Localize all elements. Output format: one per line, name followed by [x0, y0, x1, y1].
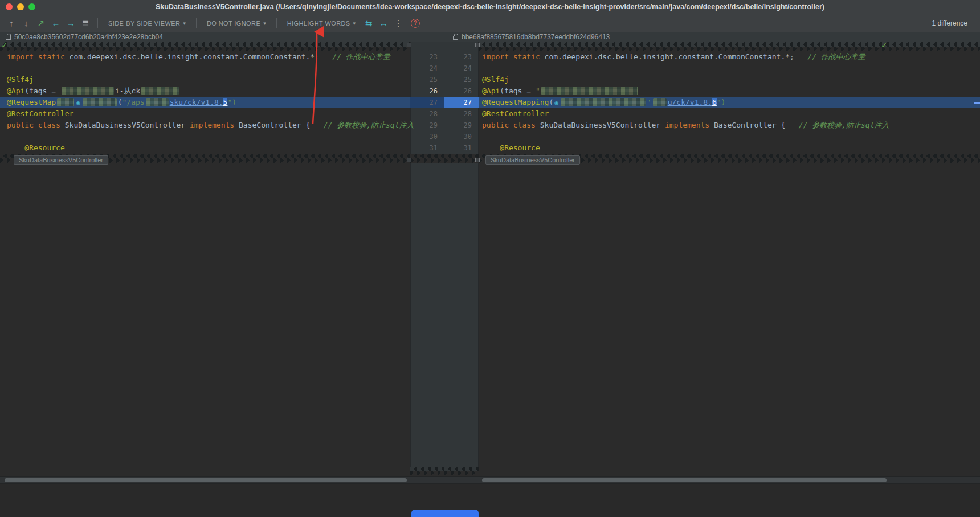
code-line: @RestController	[0, 108, 410, 120]
revision-header-bar: 50c0ae8cb35602d77cd6b20a4bf423e2e28bcb04…	[0, 32, 980, 42]
code-token: SkuDataBusinessV5Controller	[65, 121, 190, 129]
code-token: ")	[717, 98, 726, 106]
collapsed-lines-tear-top[interactable]	[0, 42, 980, 51]
gutter-row: 2626	[410, 85, 479, 97]
code-token: 6	[712, 98, 717, 106]
gutter-row: 2929	[410, 120, 479, 131]
right-breadcrumb-tab[interactable]: SkuDataBusinessV5Controller	[485, 155, 580, 165]
line-number-left: 24	[410, 63, 444, 74]
right-scrollbar-thumb[interactable]	[482, 478, 887, 482]
diff-toolbar: ↑ ↓ ↗ ← → ≣ SIDE-BY-SIDE VIEWER ▾ DO NOT…	[0, 14, 980, 32]
code-token: // 参数校验,防止sql注入	[324, 121, 414, 129]
title-bar: SkuDataBusinessV5Controller.java (/Users…	[0, 0, 980, 14]
line-number-right: 28	[444, 108, 479, 120]
previous-difference-button[interactable]: ↑	[5, 17, 18, 30]
redacted-blur	[83, 98, 117, 106]
code-line	[479, 63, 980, 74]
code-token	[319, 52, 332, 61]
unfold-marker-bottom-right[interactable]	[475, 158, 480, 162]
line-number-right: 25	[444, 74, 479, 85]
bottom-blue-widget	[411, 510, 479, 517]
lock-icon	[6, 36, 11, 40]
code-token: implements	[665, 121, 714, 129]
line-number-right: 30	[444, 131, 479, 142]
more-options-icon[interactable]: ⋮	[391, 17, 405, 30]
code-token: u/ck/v1.8.	[668, 98, 712, 106]
code-token: // 参数校验,防止sql注入	[799, 121, 889, 129]
gutter-row: 3131	[410, 142, 479, 154]
line-number-right: 31	[444, 142, 479, 154]
bottom-strip	[0, 484, 980, 517]
line-number-left: 29	[410, 120, 444, 131]
code-token: import static	[7, 52, 70, 61]
nav-circle-icon: ◉	[75, 99, 81, 106]
code-line: @RequestMapping(◉'u/ck/v1.8.6")	[479, 97, 980, 108]
difference-count: 1 difference	[932, 19, 968, 27]
code-token: (	[24, 87, 29, 95]
horizontal-scrollbar-track	[0, 476, 980, 484]
code-token: '	[647, 98, 652, 106]
jump-to-source-icon[interactable]: ↗	[34, 17, 48, 30]
apply-left-arrow-icon[interactable]: ←	[49, 17, 63, 30]
code-token: public class	[7, 121, 65, 129]
redacted-blur	[62, 87, 114, 95]
left-editor-pane[interactable]: import static com.deepexi.dsc.belle.insi…	[0, 51, 410, 154]
minimize-window-button[interactable]	[17, 3, 24, 10]
lock-icon	[453, 36, 458, 40]
viewer-mode-dropdown[interactable]: SIDE-BY-SIDE VIEWER ▾	[103, 17, 191, 30]
line-number-left: 31	[410, 142, 444, 154]
zoom-window-button[interactable]	[28, 3, 35, 10]
highlight-mode-label: HIGHLIGHT WORDS	[287, 20, 350, 27]
left-inspection-check-icon[interactable]: ✓	[1, 40, 8, 50]
code-token	[794, 52, 807, 61]
line-number-right: 29	[444, 120, 479, 131]
unfold-marker-bottom-left[interactable]	[407, 158, 411, 162]
code-token: @Api	[7, 87, 24, 95]
code-token: @RequestMap	[7, 98, 56, 106]
ignore-policy-dropdown[interactable]: DO NOT IGNORE ▾	[202, 17, 271, 30]
gutter-row: 3030	[410, 131, 479, 142]
redacted-blur	[653, 98, 667, 106]
redacted-blur	[561, 98, 646, 106]
gutter-row: 2424	[410, 63, 479, 74]
redacted-blur	[541, 87, 638, 95]
gutter-row: 2323	[410, 51, 479, 63]
code-token: // 作战中心常量	[332, 52, 390, 61]
code-token: tags =	[504, 87, 536, 95]
left-scrollbar-thumb[interactable]	[5, 478, 407, 482]
code-line: @Slf4j	[0, 74, 410, 85]
left-revision: 50c0ae8cb35602d77cd6b20a4bf423e2e28bcb04	[6, 33, 163, 41]
help-icon[interactable]: ?	[411, 19, 420, 28]
code-line: import static com.deepexi.dsc.belle.insi…	[479, 51, 980, 63]
synchronize-scrolling-icon[interactable]: ↔	[377, 17, 390, 30]
right-revision-hash: bbe68af885675816db8bd7737eeddbf624d96413	[462, 33, 610, 41]
left-breadcrumb-tab[interactable]: SkuDataBusinessV5Controller	[14, 155, 108, 165]
unfold-marker-top-right[interactable]	[475, 43, 480, 47]
code-token: public class	[482, 121, 540, 129]
code-token: @Api	[482, 87, 500, 95]
line-number-right: 23	[444, 51, 479, 63]
redacted-blur	[141, 87, 179, 95]
right-editor-pane[interactable]: import static com.deepexi.dsc.belle.insi…	[479, 51, 980, 154]
highlight-mode-dropdown[interactable]: HIGHLIGHT WORDS ▾	[282, 17, 361, 30]
code-token: com.deepexi.dsc.belle.insight.constant.C…	[70, 52, 319, 61]
window-title: SkuDataBusinessV5Controller.java (/Users…	[156, 3, 824, 11]
chevron-down-icon: ▾	[183, 20, 186, 26]
toolbar-separator	[196, 18, 197, 28]
code-token: com.deepexi.dsc.belle.insight.constant.C…	[545, 52, 794, 61]
apply-right-arrow-icon[interactable]: →	[64, 17, 77, 30]
right-revision: bbe68af885675816db8bd7737eeddbf624d96413	[453, 33, 610, 41]
collapse-unchanged-icon[interactable]: ⇆	[362, 17, 375, 30]
right-inspection-check-icon[interactable]: ✓	[881, 40, 888, 50]
viewer-mode-label: SIDE-BY-SIDE VIEWER	[108, 20, 180, 27]
compare-list-icon[interactable]: ≣	[79, 17, 92, 30]
code-token: @RestController	[482, 109, 549, 118]
line-number-gutter: 232324242525262627272828292930303131	[410, 51, 479, 154]
line-number-left: 25	[410, 74, 444, 85]
unfold-marker-top-left[interactable]	[407, 43, 411, 47]
code-line: public class SkuDataBusinessV5Controller…	[479, 120, 980, 131]
close-window-button[interactable]	[6, 3, 13, 10]
window-controls	[6, 3, 35, 10]
next-difference-button[interactable]: ↓	[19, 17, 33, 30]
gutter-tear-bottom	[410, 467, 479, 475]
